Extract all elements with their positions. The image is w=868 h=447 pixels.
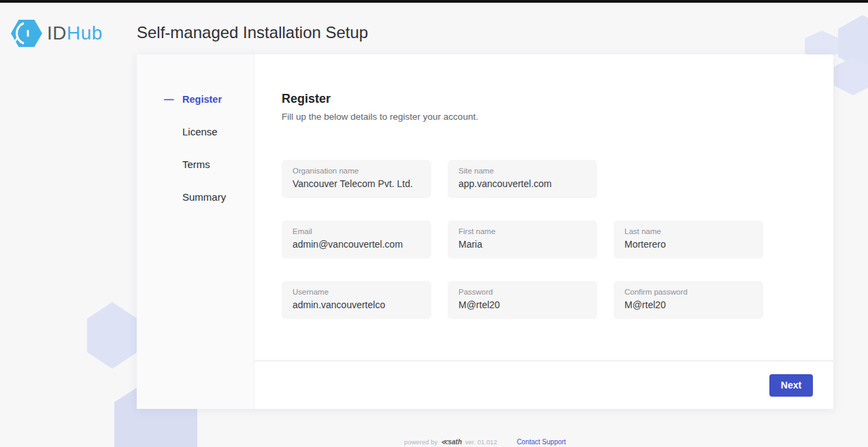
password-field[interactable]: Password: [448, 281, 597, 319]
field-label: Email: [293, 227, 420, 236]
confirm-password-input[interactable]: [624, 299, 752, 311]
sidebar-item-label: License: [182, 126, 218, 137]
top-window-strip: [0, 0, 868, 3]
setup-steps-sidebar: — Register — License — Terms — Summary: [137, 54, 254, 409]
sidebar-item-label: Terms: [182, 159, 210, 170]
sath-logo-mark: ≪: [441, 438, 448, 446]
last-name-field[interactable]: Last name: [614, 220, 763, 259]
sath-logo-text: sath: [448, 438, 462, 446]
register-panel: Register Fill up the below details to re…: [254, 54, 833, 409]
username-input[interactable]: [293, 299, 420, 311]
organisation-name-field[interactable]: Organisation name: [282, 160, 431, 198]
username-field[interactable]: Username: [282, 281, 431, 319]
sidebar-item-terms[interactable]: — Terms: [137, 156, 254, 173]
card-footer: Next: [254, 361, 833, 409]
field-label: First name: [458, 227, 586, 236]
sidebar-item-label: Register: [182, 94, 222, 105]
form-row: Organisation name Site name: [282, 160, 833, 198]
powered-by-text: powered by: [404, 438, 437, 446]
section-heading: Register: [282, 91, 833, 106]
field-label: Password: [458, 287, 586, 297]
last-name-input[interactable]: [624, 238, 752, 250]
hexagon-decoration: [87, 302, 137, 369]
sath-logo: ≪sath: [441, 438, 462, 446]
active-step-marker: —: [164, 91, 174, 107]
confirm-password-field[interactable]: Confirm password: [614, 281, 763, 319]
field-label: Confirm password: [624, 287, 752, 297]
hexagon-decoration: [834, 57, 868, 95]
page-header: IDHub Self-managed Installation Setup: [0, 3, 868, 54]
field-label: Site name: [458, 166, 586, 176]
page-footer: powered by ≪sath ver. 01.012 Contact Sup…: [137, 438, 833, 446]
setup-card: — Register — License — Terms — Summary R…: [137, 54, 833, 409]
version-text: ver. 01.012: [465, 438, 497, 446]
first-name-input[interactable]: [458, 238, 586, 250]
register-form: Organisation name Site name Email First: [282, 160, 833, 319]
password-input[interactable]: [458, 299, 586, 311]
field-label: Username: [293, 287, 420, 297]
sidebar-item-label: Summary: [182, 191, 226, 203]
contact-support-link[interactable]: Contact Support: [517, 438, 566, 446]
sidebar-item-license[interactable]: — License: [137, 124, 254, 140]
sidebar-item-summary[interactable]: — Summary: [137, 189, 254, 205]
page-title: Self-managed Installation Setup: [137, 23, 368, 42]
idhub-logo-text: IDHub: [47, 22, 103, 44]
section-subheading: Fill up the below details to register yo…: [282, 111, 833, 122]
site-name-input[interactable]: [458, 178, 586, 190]
idhub-logo: IDHub: [10, 19, 103, 48]
organisation-name-input[interactable]: [293, 178, 420, 190]
email-field[interactable]: Email: [282, 220, 431, 259]
next-button[interactable]: Next: [769, 374, 813, 397]
register-form-section: Register Fill up the below details to re…: [254, 54, 833, 361]
field-label: Organisation name: [293, 166, 420, 176]
idhub-hexagon-icon: [10, 19, 43, 48]
field-label: Last name: [624, 227, 752, 236]
first-name-field[interactable]: First name: [448, 220, 597, 259]
sidebar-item-register[interactable]: — Register: [137, 91, 254, 107]
form-row: Username Password Confirm password: [282, 281, 833, 319]
form-row: Email First name Last name: [282, 220, 833, 259]
email-input[interactable]: [293, 238, 420, 250]
site-name-field[interactable]: Site name: [448, 160, 597, 198]
